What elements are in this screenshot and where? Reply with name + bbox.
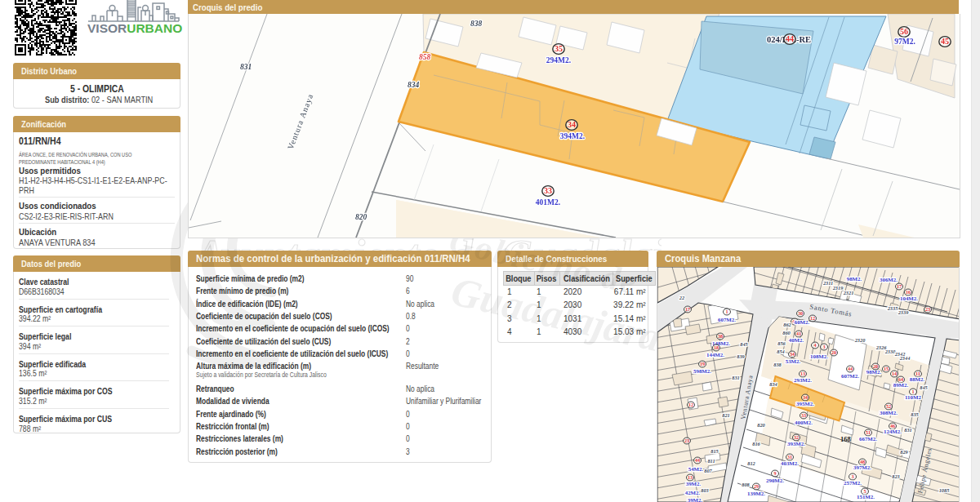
svg-text:22: 22 <box>679 295 684 300</box>
svg-text:44: 44 <box>848 366 853 371</box>
svg-text:13: 13 <box>688 474 693 480</box>
svg-text:144M2.: 144M2. <box>706 352 724 358</box>
svg-text:257M2.: 257M2. <box>844 480 862 486</box>
svg-text:858: 858 <box>419 53 431 61</box>
svg-text:845: 845 <box>920 384 927 390</box>
svg-text:812: 812 <box>747 460 755 466</box>
svg-text:823: 823 <box>892 473 899 479</box>
svg-text:820: 820 <box>355 213 368 221</box>
svg-text:607M2.: 607M2. <box>718 317 736 322</box>
svg-text:3: 3 <box>851 473 853 479</box>
svg-text:862: 862 <box>783 322 791 327</box>
svg-text:34: 34 <box>568 120 576 129</box>
svg-text:838: 838 <box>773 362 782 367</box>
svg-text:815: 815 <box>710 448 718 454</box>
svg-text:808: 808 <box>742 482 750 487</box>
svg-text:17: 17 <box>685 306 690 312</box>
svg-text:52: 52 <box>886 403 891 409</box>
svg-text:139M2.: 139M2. <box>747 491 765 496</box>
svg-text:607M2.: 607M2. <box>841 373 859 379</box>
svg-text:110M2: 110M2 <box>905 394 921 400</box>
svg-text:400M2.: 400M2. <box>795 420 813 425</box>
svg-text:308M2.: 308M2. <box>880 410 898 415</box>
svg-text:34: 34 <box>790 351 795 357</box>
svg-text:403M2.: 403M2. <box>781 460 799 466</box>
svg-text:29: 29 <box>754 483 759 489</box>
svg-text:88M2.: 88M2. <box>910 376 925 382</box>
svg-text:306M2.: 306M2. <box>880 277 898 282</box>
svg-text:56: 56 <box>900 27 908 36</box>
svg-text:97M2.: 97M2. <box>894 38 915 46</box>
svg-text:831: 831 <box>240 63 252 71</box>
svg-text:667M2.: 667M2. <box>859 436 877 442</box>
svg-text:60M2.: 60M2. <box>795 319 810 325</box>
svg-text:124M2.: 124M2. <box>884 429 902 434</box>
svg-text:13: 13 <box>800 371 805 376</box>
svg-text:2344: 2344 <box>899 355 911 361</box>
svg-text:20: 20 <box>831 349 836 355</box>
svg-text:395M2.: 395M2. <box>796 401 814 406</box>
svg-text:23: 23 <box>684 438 689 443</box>
svg-text:35: 35 <box>555 44 563 53</box>
svg-text:2319: 2319 <box>832 285 844 291</box>
svg-text:20: 20 <box>873 363 878 369</box>
svg-text:394M2.: 394M2. <box>560 132 585 140</box>
svg-text:807: 807 <box>704 468 712 473</box>
svg-text:45: 45 <box>941 37 949 46</box>
svg-text:1: 1 <box>725 309 728 314</box>
svg-text:3: 3 <box>822 344 825 349</box>
svg-text:2320: 2320 <box>854 337 866 343</box>
svg-text:838: 838 <box>470 20 483 28</box>
svg-text:393M2.: 393M2. <box>787 441 805 446</box>
svg-text:820: 820 <box>757 422 765 428</box>
svg-text:44: 44 <box>695 457 700 463</box>
svg-text:151M2.: 151M2. <box>857 494 875 500</box>
svg-text:834: 834 <box>408 81 420 89</box>
svg-text:17: 17 <box>897 283 902 289</box>
svg-text:16: 16 <box>906 289 911 295</box>
svg-text:829: 829 <box>900 449 908 455</box>
svg-text:598M2.: 598M2. <box>693 368 711 374</box>
svg-text:98M2.: 98M2. <box>847 276 862 282</box>
svg-text:2311: 2311 <box>822 280 833 286</box>
svg-text:834: 834 <box>769 381 777 387</box>
svg-text:839: 839 <box>737 353 745 359</box>
svg-text:VISORURBANO: VISORURBANO <box>87 21 182 35</box>
svg-text:290M2.: 290M2. <box>766 478 784 483</box>
svg-text:18: 18 <box>714 344 719 350</box>
svg-text:816: 816 <box>752 441 760 446</box>
svg-text:831: 831 <box>732 375 739 380</box>
svg-text:854: 854 <box>777 349 784 354</box>
svg-text:34: 34 <box>803 394 808 400</box>
svg-text:168: 168 <box>840 435 851 443</box>
svg-text:2321: 2321 <box>843 290 854 295</box>
svg-text:821: 821 <box>722 412 729 418</box>
svg-text:12: 12 <box>810 315 815 321</box>
svg-text:89M2.: 89M2. <box>893 382 909 388</box>
svg-text:14: 14 <box>892 371 897 376</box>
svg-text:12: 12 <box>688 402 693 407</box>
svg-text:831: 831 <box>904 427 911 433</box>
svg-text:41: 41 <box>796 331 801 336</box>
svg-text:397M2.: 397M2. <box>853 464 871 470</box>
svg-text:30: 30 <box>798 310 803 316</box>
svg-text:42M2.: 42M2. <box>685 490 701 495</box>
svg-text:38: 38 <box>718 333 723 339</box>
svg-text:44: 44 <box>786 34 794 43</box>
svg-text:33: 33 <box>801 412 806 418</box>
svg-text:39M2.: 39M2. <box>686 481 702 486</box>
svg-text:23: 23 <box>925 306 930 312</box>
svg-text:856: 856 <box>777 340 786 346</box>
svg-text:2335: 2335 <box>887 305 898 311</box>
svg-text:9: 9 <box>773 470 776 476</box>
svg-text:811: 811 <box>707 458 715 464</box>
svg-text:40M2.: 40M2. <box>789 337 804 343</box>
svg-text:39M2.: 39M2. <box>688 497 703 502</box>
svg-text:860: 860 <box>782 330 791 335</box>
svg-text:845: 845 <box>740 341 747 347</box>
svg-text:51: 51 <box>866 429 871 435</box>
svg-text:31: 31 <box>787 454 792 460</box>
svg-text:19: 19 <box>700 361 705 367</box>
svg-text:32: 32 <box>794 434 799 440</box>
svg-text:33: 33 <box>544 186 552 195</box>
